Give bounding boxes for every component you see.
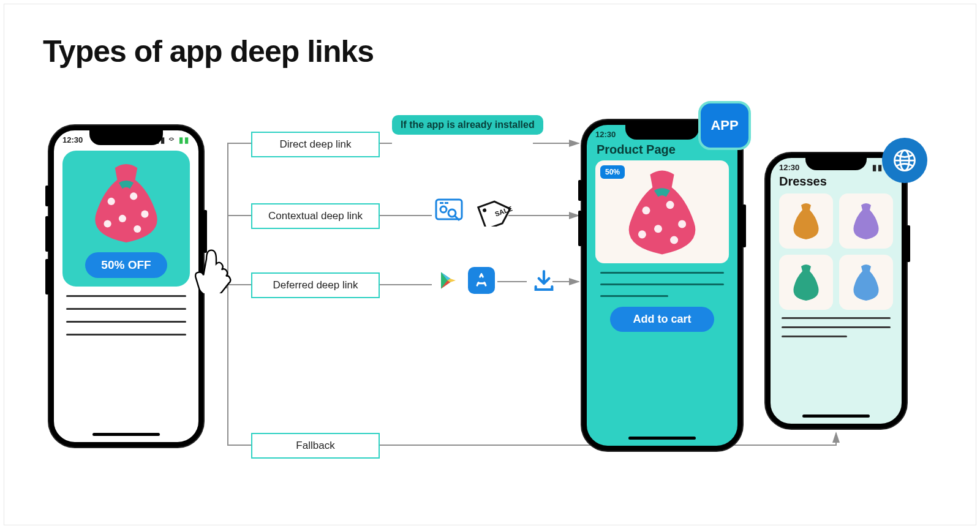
svg-point-19 <box>670 236 678 244</box>
diagram-title: Types of app deep links <box>43 34 374 69</box>
status-time: 12:30 <box>62 135 83 144</box>
category-title: Dresses <box>779 174 893 189</box>
product-thumb <box>839 255 893 310</box>
text-placeholder-lines <box>66 295 186 336</box>
flow-direct-deep-link: Direct deep link <box>251 132 380 157</box>
web-badge <box>882 138 927 183</box>
svg-point-15 <box>666 201 674 209</box>
svg-point-14 <box>642 206 650 214</box>
text-placeholder-lines <box>600 272 724 297</box>
globe-icon <box>891 147 918 174</box>
download-icon <box>532 268 556 293</box>
svg-point-5 <box>134 225 141 233</box>
app-badge: APP <box>698 101 751 150</box>
svg-point-17 <box>654 225 662 233</box>
app-store-icon <box>468 267 495 294</box>
status-time: 12:30 <box>595 130 616 139</box>
promo-cta: 50% OFF <box>85 252 167 278</box>
flow-deferred-deep-link: Deferred deep link <box>251 272 380 298</box>
play-store-icon <box>435 267 462 294</box>
analytics-icon <box>435 196 470 228</box>
source-phone: 12:30 ▮▮▮ ⌔ ▮▮ 50% OFF <box>49 126 203 447</box>
dress-icon <box>613 167 711 258</box>
flow-fallback: Fallback <box>251 433 380 459</box>
battery-icon: ▮▮ <box>179 135 190 144</box>
svg-point-18 <box>638 230 646 238</box>
product-thumb <box>779 255 833 310</box>
svg-point-4 <box>104 220 111 227</box>
promo-card: 50% OFF <box>62 151 190 287</box>
text-placeholder-lines <box>782 317 891 337</box>
svg-point-2 <box>141 211 148 218</box>
condition-note: If the app is already installed <box>392 115 543 135</box>
add-to-cart-button: Add to cart <box>610 307 714 332</box>
web-fallback-phone: 12:30 ▮▮ ⌔ Dresses <box>766 153 907 429</box>
deferred-icons <box>435 267 556 294</box>
svg-point-0 <box>108 198 115 205</box>
product-thumb <box>779 193 833 249</box>
wifi-icon: ⌔ <box>169 135 175 144</box>
svg-point-1 <box>130 192 137 200</box>
svg-rect-11 <box>445 202 448 204</box>
svg-point-3 <box>119 215 126 222</box>
status-time: 12:30 <box>779 163 799 172</box>
product-thumb <box>839 193 893 249</box>
product-grid <box>779 193 893 310</box>
dress-icon <box>80 160 172 246</box>
svg-rect-10 <box>440 202 443 204</box>
product-image-card: 50% <box>595 160 729 263</box>
svg-point-16 <box>678 220 686 228</box>
discount-badge: 50% <box>600 165 625 179</box>
app-product-phone: 12:30 ▮▮ ⌔ Product Page 50% Add to cart <box>582 120 742 451</box>
flow-contextual-deep-link: Contextual deep link <box>251 203 380 229</box>
contextual-icons: SALE <box>435 196 513 228</box>
sale-tag-icon: SALE <box>477 197 513 227</box>
